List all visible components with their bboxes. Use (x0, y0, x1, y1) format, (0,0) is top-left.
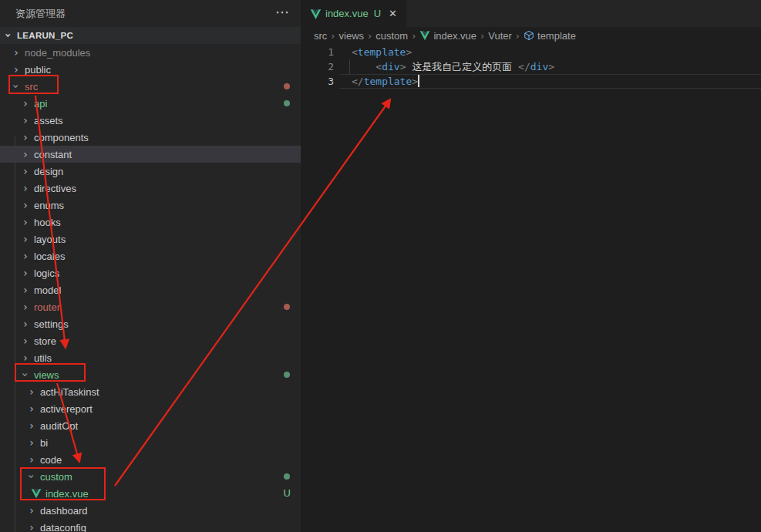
project-section-header[interactable]: › LEARUN_PC (0, 27, 301, 44)
tree-item-label: settings (34, 318, 69, 330)
tree-item-layouts[interactable]: ›layouts (0, 231, 301, 247)
breadcrumb-item-template[interactable]: template (524, 30, 576, 42)
tree-item-label: dataconfig (40, 522, 86, 532)
tree-item-code[interactable]: ›code (0, 451, 301, 468)
tree-item-store[interactable]: ›store (0, 332, 301, 349)
git-status-dot (284, 304, 290, 310)
chevron-right-icon[interactable]: › (20, 149, 31, 160)
tab-bar: index.vue U ✕ (301, 0, 761, 27)
tree-item-actHiTaskinst[interactable]: ›actHiTaskinst (0, 383, 301, 400)
tree-item-activereport[interactable]: ›activereport (0, 400, 301, 417)
tree-item-dashboard[interactable]: ›dashboard (0, 502, 301, 519)
chevron-right-icon[interactable]: › (26, 454, 37, 465)
chevron-right-icon[interactable]: › (20, 132, 31, 143)
tree-item-label: components (34, 132, 89, 143)
tree-item-public[interactable]: ›public (0, 61, 301, 78)
chevron-right-icon[interactable]: › (20, 285, 31, 295)
chevron-right-icon[interactable]: › (26, 437, 37, 448)
tree-item-src[interactable]: ›src (0, 78, 301, 95)
chevron-right-icon[interactable]: › (26, 505, 37, 516)
code-line-1[interactable]: 1<template> (301, 45, 761, 59)
breadcrumb-item-custom[interactable]: custom (375, 30, 408, 42)
more-actions-icon[interactable]: ⋯ (275, 0, 290, 27)
git-status-dot (284, 100, 290, 106)
line-number: 3 (301, 74, 336, 89)
tree-item-hooks[interactable]: ›hooks (0, 214, 301, 231)
breadcrumb-separator-icon: › (516, 30, 520, 42)
tree-item-label: activereport (40, 403, 93, 415)
tree-item-label: enums (34, 200, 64, 211)
line-number: 1 (301, 45, 336, 59)
chevron-right-icon[interactable]: › (20, 251, 31, 261)
tree-item-auditOpt[interactable]: ›auditOpt (0, 417, 301, 434)
breadcrumb-item-Vuter[interactable]: Vuter (488, 30, 512, 42)
tree-item-label: locales (34, 251, 65, 262)
tree-item-constant[interactable]: ›constant (0, 146, 301, 163)
git-status-dot (284, 83, 290, 89)
chevron-down-icon[interactable]: › (11, 81, 22, 92)
tree-item-label: public (25, 64, 51, 76)
breadcrumb-item-src[interactable]: src (314, 30, 327, 42)
git-untracked-badge: U (284, 487, 291, 499)
code-area[interactable]: 1<template>2 <div> 这是我自己定义的页面 </div>3</t… (301, 45, 761, 89)
chevron-right-icon[interactable]: › (20, 301, 31, 312)
tree-item-components[interactable]: ›components (0, 129, 301, 146)
close-icon[interactable]: ✕ (389, 8, 397, 19)
tree-item-assets[interactable]: ›assets (0, 112, 301, 129)
line-content: <div> 这是我自己定义的页面 </div> (352, 59, 554, 74)
tree-item-directives[interactable]: ›directives (0, 180, 301, 197)
chevron-right-icon[interactable]: › (11, 64, 22, 75)
chevron-right-icon[interactable]: › (20, 318, 31, 329)
breadcrumb-label: views (339, 30, 365, 42)
tree-item-design[interactable]: ›design (0, 163, 301, 180)
tree-item-logics[interactable]: ›logics (0, 264, 301, 281)
tree-item-enums[interactable]: ›enums (0, 197, 301, 214)
chevron-right-icon[interactable]: › (20, 268, 31, 278)
tree-item-bi[interactable]: ›bi (0, 434, 301, 451)
tab-index-vue[interactable]: index.vue U ✕ (301, 0, 406, 27)
chevron-right-icon[interactable]: › (20, 234, 31, 244)
file-tree: ›node_modules›public›src›api›assets›comp… (0, 44, 301, 532)
symbol-cube-icon (524, 30, 534, 41)
git-status-dot (284, 372, 290, 378)
chevron-right-icon[interactable]: › (20, 335, 31, 346)
breadcrumb-label: Vuter (488, 30, 512, 42)
tree-item-label: assets (34, 115, 63, 126)
chevron-right-icon[interactable]: › (11, 47, 22, 58)
chevron-right-icon[interactable]: › (20, 166, 31, 177)
tree-item-router[interactable]: ›router (0, 298, 301, 315)
code-line-2[interactable]: 2 <div> 这是我自己定义的页面 </div> (301, 59, 761, 74)
tree-item-custom[interactable]: ›custom (0, 468, 301, 485)
chevron-right-icon[interactable]: › (20, 115, 31, 126)
text-cursor (418, 75, 419, 87)
chevron-right-icon[interactable]: › (20, 98, 31, 109)
chevron-right-icon[interactable]: › (20, 183, 31, 194)
code-line-3[interactable]: 3</template> (301, 74, 761, 89)
breadcrumb-label: template (537, 30, 576, 42)
tree-item-dataconfig[interactable]: ›dataconfig (0, 519, 301, 532)
chevron-right-icon[interactable]: › (20, 217, 31, 227)
tree-item-model[interactable]: ›model (0, 281, 301, 298)
explorer-title: 资源管理器 (15, 8, 66, 19)
chevron-down-icon[interactable]: › (20, 369, 31, 380)
chevron-right-icon[interactable]: › (20, 352, 31, 363)
tree-item-settings[interactable]: ›settings (0, 315, 301, 332)
breadcrumb: src›views›custom›index.vue›Vuter›templat… (301, 27, 761, 44)
tree-item-views[interactable]: ›views (0, 366, 301, 383)
tree-item-locales[interactable]: ›locales (0, 247, 301, 264)
chevron-right-icon[interactable]: › (20, 200, 31, 210)
chevron-right-icon[interactable]: › (26, 386, 37, 397)
tree-item-api[interactable]: ›api (0, 95, 301, 112)
tree-item-utils[interactable]: ›utils (0, 349, 301, 366)
breadcrumb-item-views[interactable]: views (339, 30, 365, 42)
chevron-right-icon[interactable]: › (26, 522, 37, 532)
chevron-right-icon[interactable]: › (26, 403, 37, 414)
chevron-down-icon[interactable]: › (26, 471, 37, 482)
breadcrumb-separator-icon: › (331, 30, 335, 42)
tree-item-index.vue[interactable]: index.vueU (0, 485, 301, 502)
chevron-right-icon[interactable]: › (26, 420, 37, 431)
breadcrumb-label: index.vue (433, 30, 476, 42)
breadcrumb-item-index.vue[interactable]: index.vue (419, 30, 476, 42)
tree-item-node_modules[interactable]: ›node_modules (0, 44, 301, 61)
line-content: <template> (352, 45, 412, 59)
